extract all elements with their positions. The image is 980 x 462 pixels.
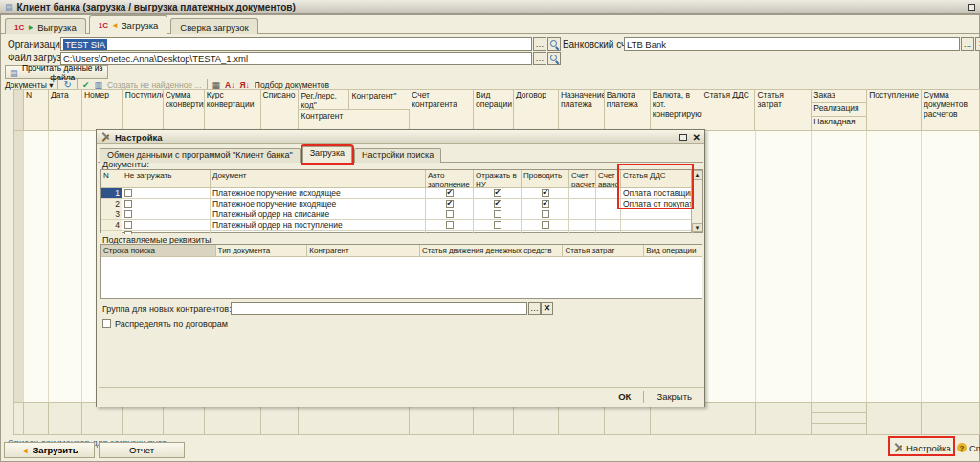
col-realization-header[interactable]: Реализация това.. bbox=[812, 103, 866, 117]
bank-input[interactable]: LTB Bank bbox=[624, 37, 960, 51]
tab-vygruzka[interactable]: 1С ► Выгрузка bbox=[5, 18, 86, 34]
dialog-close-button[interactable]: ✕ bbox=[693, 132, 701, 143]
col-contract-header[interactable]: Договор bbox=[514, 90, 559, 130]
tab-sverka[interactable]: Сверка загрузок bbox=[170, 18, 257, 34]
col-number-header[interactable]: Номер bbox=[82, 90, 123, 130]
col-purpose-header[interactable]: Назначение платежа bbox=[559, 90, 605, 130]
group-clear-button[interactable]: ✕ bbox=[541, 302, 553, 315]
group-ellipsis-button[interactable]: … bbox=[528, 302, 541, 315]
pick-documents-button[interactable]: Подбор документов bbox=[255, 80, 329, 90]
read-file-button[interactable]: ▤ Прочитать данные из файла bbox=[5, 65, 108, 79]
dcol-nu-header[interactable]: Отражать в НУ bbox=[474, 170, 522, 188]
file-input[interactable]: C:\Users\Onetec.Anna\Desktop\TESTA_1.xml bbox=[60, 52, 532, 65]
close-button[interactable]: Закрыть bbox=[650, 390, 699, 403]
col-invoice-header[interactable]: Накладная bbox=[812, 117, 866, 130]
load-button[interactable]: ◄ Загрузить bbox=[4, 442, 95, 458]
help-button[interactable]: ? Справка bbox=[957, 440, 980, 455]
report-button[interactable]: Отчет bbox=[99, 442, 185, 458]
skip-checkbox[interactable] bbox=[124, 200, 132, 208]
tab-load[interactable]: Загрузка bbox=[302, 146, 352, 163]
col-currency-conv-header[interactable]: Валюта, в кот. конвертируют bbox=[651, 90, 702, 130]
dcol-adv-header[interactable]: Счет аванс bbox=[596, 170, 621, 188]
post-checkbox[interactable] bbox=[542, 210, 549, 218]
post-document-button[interactable]: ✔ bbox=[82, 80, 90, 90]
bank-ellipsis-button[interactable]: … bbox=[961, 37, 974, 51]
restore-button[interactable] bbox=[968, 4, 975, 11]
nu-checkbox[interactable] bbox=[494, 189, 501, 197]
auto-checkbox[interactable] bbox=[446, 200, 454, 208]
dcol-doc-header[interactable]: Документ bbox=[211, 170, 426, 188]
nu-checkbox[interactable] bbox=[494, 210, 501, 218]
post-checkbox[interactable] bbox=[542, 221, 549, 229]
dcol-dds-header[interactable]: Статья ДДС bbox=[621, 170, 693, 188]
tab-search-settings[interactable]: Настройки поиска bbox=[354, 148, 441, 163]
scol-doctype-header[interactable]: Тип документа bbox=[216, 245, 308, 257]
doc-table-row[interactable]: 4 Платежный ордер на поступление bbox=[101, 220, 702, 231]
subst-table-body[interactable] bbox=[101, 257, 702, 298]
col-cost-header[interactable]: Статья затрат bbox=[755, 90, 812, 130]
col-receipt-header[interactable]: Поступление bbox=[867, 90, 922, 130]
col-written-header[interactable]: Списано bbox=[261, 90, 300, 130]
file-ellipsis-button[interactable]: … bbox=[533, 52, 546, 65]
org-input[interactable]: TEST SIA bbox=[60, 37, 532, 51]
minimize-button[interactable]: _ bbox=[956, 5, 962, 9]
auto-checkbox[interactable] bbox=[446, 210, 454, 218]
sort-asc-button[interactable]: А↓ bbox=[225, 80, 234, 90]
nu-checkbox[interactable] bbox=[494, 200, 501, 208]
auto-checkbox[interactable] bbox=[446, 221, 454, 229]
col-rate-header[interactable]: Курс конвертации bbox=[205, 90, 261, 130]
scol-contragent-header[interactable]: Контрагент bbox=[307, 245, 420, 257]
ok-button[interactable]: ОК bbox=[612, 390, 637, 403]
dcol-skip-header[interactable]: Не загружать bbox=[122, 170, 211, 188]
bank-clear-button[interactable]: ✕ bbox=[975, 37, 980, 51]
col-dds-header[interactable]: Статья ДДС bbox=[702, 90, 756, 130]
scol-cost-header[interactable]: Статья затрат bbox=[563, 245, 644, 257]
col-regcode-header[interactable]: Рег./перс. код" bbox=[299, 90, 349, 109]
skip-checkbox[interactable] bbox=[124, 221, 132, 229]
doc-table-row[interactable]: 1 Платежное поручение исходящее Оплата п… bbox=[101, 188, 702, 199]
distribute-checkbox[interactable] bbox=[102, 319, 111, 328]
dcol-auto-header[interactable]: Авто заполнение bbox=[426, 170, 474, 188]
scroll-down-button[interactable]: ▼ bbox=[692, 223, 702, 232]
col-received-header[interactable]: Поступило bbox=[123, 90, 164, 130]
col-n-header[interactable]: N bbox=[24, 90, 49, 130]
row-number: 2 bbox=[101, 199, 122, 209]
scol-dds-header[interactable]: Статья движения денежных средств bbox=[420, 245, 564, 257]
org-ellipsis-button[interactable]: … bbox=[533, 37, 546, 51]
doc-table-row[interactable]: 3 Платежный ордер на списание bbox=[101, 209, 702, 220]
nu-checkbox[interactable] bbox=[494, 221, 501, 229]
dcol-post-header[interactable]: Проводить bbox=[522, 170, 569, 188]
tab-zagruzka[interactable]: 1С ◄ Загрузка bbox=[89, 15, 168, 34]
doc-table-scrollbar[interactable]: ▲ ▼ bbox=[691, 170, 702, 232]
org-search-button[interactable] bbox=[547, 37, 561, 51]
dcol-acc-header[interactable]: Счет расчето bbox=[569, 170, 596, 188]
auto-checkbox[interactable] bbox=[446, 189, 454, 197]
scroll-up-button[interactable]: ▲ bbox=[692, 170, 702, 180]
col-currency-header[interactable]: Валюта платежа bbox=[605, 90, 651, 130]
dialog-maximize-button[interactable] bbox=[679, 134, 687, 141]
col-order-header[interactable]: Заказ покупателя bbox=[812, 90, 866, 103]
col-sumconv-header[interactable]: Сумма сконвертиров bbox=[164, 90, 205, 130]
doc-table-row[interactable]: 2 Платежное поручение входящее Оплата от… bbox=[101, 199, 702, 209]
scol-optype-header[interactable]: Вид операции bbox=[644, 245, 702, 257]
skip-checkbox[interactable] bbox=[124, 210, 132, 218]
copy-button[interactable]: ▥ bbox=[94, 80, 102, 90]
group-input[interactable] bbox=[231, 302, 527, 315]
col-contragent-header[interactable]: Контрагент" bbox=[349, 90, 409, 109]
sort-desc-button[interactable]: Я↓ bbox=[239, 80, 249, 90]
col-contragent-sub-header[interactable]: Контрагент bbox=[299, 110, 410, 130]
file-search-button[interactable] bbox=[547, 52, 561, 65]
grid-settings-icon[interactable]: ▦ bbox=[212, 80, 221, 90]
dcol-n-header[interactable]: N bbox=[101, 170, 122, 188]
documents-menu-button[interactable]: Документы ▾ bbox=[5, 80, 53, 90]
scol-search-header[interactable]: Строка поиска bbox=[101, 245, 216, 257]
skip-checkbox[interactable] bbox=[124, 189, 132, 197]
col-optype-header[interactable]: Вид операции bbox=[474, 90, 514, 130]
settings-button[interactable]: Настройка bbox=[893, 440, 951, 455]
post-checkbox[interactable] bbox=[542, 200, 549, 208]
dialog-title-bar[interactable]: Настройка ✕ bbox=[97, 130, 704, 144]
col-docsum-header[interactable]: Сумма документов расчетов bbox=[922, 90, 979, 130]
col-account-header[interactable]: Счет контрагента bbox=[410, 90, 474, 130]
col-date-header[interactable]: Дата bbox=[49, 90, 82, 130]
post-checkbox[interactable] bbox=[542, 189, 549, 197]
